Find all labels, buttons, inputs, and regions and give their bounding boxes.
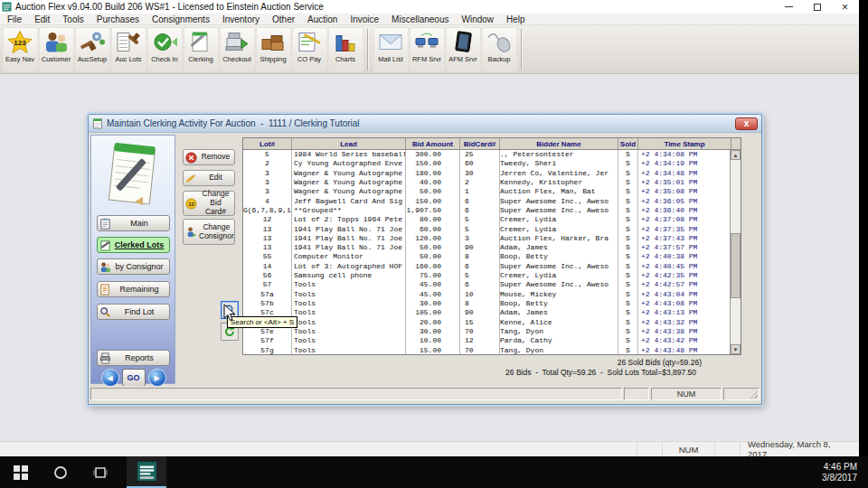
- sidebar-item-by-consignor[interactable]: by Consignor: [97, 258, 170, 275]
- sidebar-item-find-lot[interactable]: Find Lot: [97, 304, 170, 320]
- toolbar-button-easy-nav[interactable]: 123Easy Nav: [3, 27, 38, 72]
- cell-bidcard: 25: [460, 150, 500, 159]
- toolbar-button-rfm-srvr[interactable]: RFM Srvr: [410, 27, 445, 72]
- cell-bid-amount: 150.00: [406, 159, 460, 168]
- column-header-bidder-name[interactable]: Bidder Name: [500, 138, 618, 149]
- taskbar-auction-flex-button[interactable]: [127, 456, 166, 488]
- table-row[interactable]: 57eTools30.0070Tang, DyonS+2 4:43:38 PM: [243, 327, 741, 336]
- table-row[interactable]: 12Lot of 2: Topps 1964 Pete80.005Cremer,…: [243, 215, 741, 224]
- cell-lead: 1984 World Series baseball: [292, 150, 406, 159]
- table-row[interactable]: 57dTools20.0015Kenne, AliceS+2 4:43:32 P…: [243, 318, 741, 327]
- table-row[interactable]: 56Samsung cell phone75.005Cremer, LydiaS…: [243, 271, 741, 280]
- scroll-down-arrow-icon[interactable]: ▼: [731, 344, 741, 354]
- toolbar-button-aucsetup[interactable]: AucSetup: [75, 27, 110, 72]
- menu-item-auction[interactable]: Auction: [301, 14, 344, 24]
- menu-item-file[interactable]: File: [1, 14, 28, 24]
- menu-item-edit[interactable]: Edit: [28, 14, 56, 24]
- toolbar-button-mail-list[interactable]: Mail List: [373, 27, 409, 72]
- menu-item-miscellaneous[interactable]: Miscellaneous: [385, 14, 455, 24]
- toolbar-button-clerking[interactable]: Clerking: [184, 27, 219, 72]
- toolbar-button-backup[interactable]: Backup: [482, 27, 517, 72]
- cell-bidcard: 6: [460, 206, 500, 215]
- sidebar: ◀ GO ▶ MainClerked Lotsby ConsignorRemai…: [90, 135, 175, 384]
- table-row[interactable]: 57aTools45.0010Mouse, MickeyS+2 4:43:04 …: [243, 290, 741, 299]
- cortana-button[interactable]: [47, 459, 74, 486]
- backup-icon: [486, 30, 513, 54]
- column-header-bidcard[interactable]: BidCard#: [460, 138, 500, 149]
- sidebar-item-clerked-lots[interactable]: Clerked Lots: [97, 237, 170, 253]
- clerking-window-titlebar[interactable]: Maintain Clerking Activity For Auction -…: [89, 115, 761, 133]
- table-row[interactable]: 3Wagner & Young Autographe40.002Kennedy,…: [243, 178, 741, 187]
- minimize-button[interactable]: [775, 0, 803, 14]
- table-row[interactable]: 3Wagner & Young Autographe50.001Auction …: [243, 187, 741, 196]
- sidebar-item-main[interactable]: Main: [97, 215, 170, 231]
- cell-time-stamp: +2 4:36:40 PM: [638, 206, 731, 215]
- table-row[interactable]: 57bTools30.008Boop, BettyS+2 4:43:08 PM: [243, 299, 741, 308]
- action-button-edit[interactable]: Edit: [183, 170, 235, 186]
- taskbar-clock[interactable]: 4:46 PM 3/8/2017: [822, 462, 857, 483]
- resize-grip-icon[interactable]: [750, 390, 758, 399]
- cell-bidcard: 2: [460, 178, 500, 187]
- table-row[interactable]: 55Computer Monitor50.008Boop, BettyS+2 4…: [243, 252, 741, 261]
- cell-lead: Tools: [292, 327, 406, 336]
- toolbar-button-charts[interactable]: Charts: [328, 27, 363, 72]
- prev-record-button[interactable]: ◀: [101, 369, 119, 386]
- menu-item-consignments[interactable]: Consignments: [146, 14, 216, 24]
- menu-item-help[interactable]: Help: [500, 14, 532, 24]
- co-pay-icon: [296, 30, 323, 54]
- menu-item-tools[interactable]: Tools: [56, 14, 90, 24]
- table-row[interactable]: G(6,7,8,9,10**Grouped**1,907.506Super Aw…: [243, 206, 741, 215]
- menu-item-invoice[interactable]: Invoice: [344, 14, 385, 24]
- notepad-illustration: [104, 139, 164, 211]
- cell-sold: S: [618, 336, 638, 345]
- table-row[interactable]: 57gTools15.0070Tang, DyonS+2 4:43:48 PM: [243, 346, 741, 354]
- scroll-up-arrow-icon[interactable]: ▲: [731, 150, 741, 160]
- sidebar-item-remaining[interactable]: Remaining: [97, 281, 170, 297]
- table-row[interactable]: 2Cy Young Autographed Enve150.0060Tweedy…: [243, 159, 741, 168]
- go-button[interactable]: GO: [122, 369, 146, 386]
- clerking-close-button[interactable]: x: [735, 117, 758, 130]
- toolbar-button-shipping[interactable]: Shipping: [256, 27, 291, 72]
- next-record-button[interactable]: ▶: [148, 369, 166, 386]
- table-row[interactable]: 57cTools105.0090Adam, JamesS+2 4:43:13 P…: [243, 308, 741, 317]
- menu-item-window[interactable]: Window: [455, 14, 500, 24]
- table-row[interactable]: 57Tools45.006Super Awesome Inc., AwesoS+…: [243, 280, 741, 289]
- scrollbar-thumb[interactable]: [731, 233, 741, 298]
- table-row[interactable]: 131941 Play Ball No. 71 Joe120.003Auctio…: [243, 234, 741, 243]
- menu-item-inventory[interactable]: Inventory: [216, 14, 266, 24]
- column-header-time-stamp[interactable]: Time Stamp: [638, 138, 731, 149]
- column-header-sold[interactable]: Sold: [618, 138, 638, 149]
- table-row[interactable]: 131941 Play Ball No. 71 Joe50.0090Adam, …: [243, 243, 741, 252]
- toolbar-label: Easy Nav: [5, 55, 34, 63]
- sidebar-item-reports[interactable]: Reports: [97, 350, 170, 366]
- action-button-remove[interactable]: Remove: [183, 149, 235, 165]
- cell-bid-amount: 30.00: [406, 299, 460, 308]
- column-header-lot[interactable]: Lot#: [243, 138, 292, 149]
- toolbar-button-afm-srvr[interactable]: AFM Srvr: [446, 27, 481, 72]
- toolbar-label: Check In: [151, 55, 178, 63]
- column-header-bid-amount[interactable]: Bid Amount: [406, 138, 460, 149]
- table-row[interactable]: 14Lot of 3: Autographed HOF160.006Super …: [243, 262, 741, 271]
- cell-time-stamp: +2 4:37:08 PM: [638, 215, 731, 224]
- restore-button[interactable]: [803, 0, 831, 14]
- table-row[interactable]: 4Jeff Bagwell Card And Sig150.006Super A…: [243, 197, 741, 206]
- close-button[interactable]: ×: [831, 0, 859, 14]
- toolbar-button-co-pay[interactable]: CO Pay: [292, 27, 327, 72]
- action-button-change-bid-card[interactable]: 12Change Bid Card#: [183, 191, 235, 216]
- table-row[interactable]: 51984 World Series baseball300.0025., Pe…: [243, 150, 741, 159]
- action-button-change-consignor[interactable]: Change Consignor: [183, 219, 235, 245]
- table-row[interactable]: 57fTools10.0012Parda, CathyS+2 4:43:42 P…: [243, 336, 741, 345]
- cell-bidcard: 90: [460, 308, 500, 317]
- toolbar-button-auc-lots[interactable]: Auc Lots: [111, 27, 146, 72]
- vertical-scrollbar[interactable]: ▲ ▼: [730, 150, 741, 354]
- task-view-button[interactable]: [87, 459, 114, 486]
- toolbar-button-checkout[interactable]: Checkout: [220, 27, 255, 72]
- table-row[interactable]: 3Wagner & Young Autographe180.0030Jerren…: [243, 169, 741, 178]
- column-header-lead[interactable]: Lead: [292, 138, 406, 149]
- toolbar-button-check-in[interactable]: Check In: [147, 27, 183, 72]
- menu-item-purchases[interactable]: Purchases: [90, 14, 146, 24]
- toolbar-button-customer[interactable]: Customer: [39, 27, 74, 72]
- menu-item-other[interactable]: Other: [266, 14, 301, 24]
- table-row[interactable]: 131941 Play Ball No. 71 Joe60.005Cremer,…: [243, 225, 741, 234]
- start-button[interactable]: [7, 459, 34, 486]
